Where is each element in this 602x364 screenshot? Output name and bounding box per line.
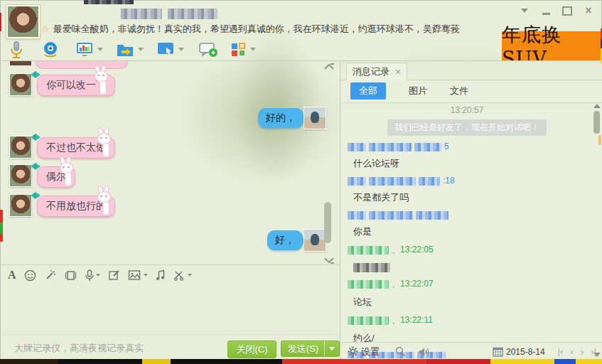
filter-images[interactable]: 图片: [409, 85, 427, 97]
main-toolbar: [0, 38, 502, 60]
chevron-down-icon[interactable]: [138, 48, 144, 51]
settings-label: 设置: [361, 346, 380, 358]
outgoing-message-bubble: 好，: [267, 230, 303, 250]
remote-desktop-icon[interactable]: [156, 41, 184, 58]
session-timestamp: 13:20:57: [348, 105, 586, 115]
emoticon-icon[interactable]: [24, 269, 36, 282]
chevron-down-icon[interactable]: [188, 274, 192, 277]
composer-footer: 大牌记录仪，高清夜视记录真实 关闭(C) 发送(S): [0, 334, 340, 360]
entry-time: 、13:22:05: [392, 245, 434, 255]
calendar-icon: [493, 346, 503, 357]
send-file-icon[interactable]: [116, 41, 144, 58]
bottom-ad-strip: [0, 359, 602, 364]
signature-text: 最爱味全酸奶，非诚勿扰！真实的我，希望遇到真诚的你，我在环球港近，约逛环球港不，…: [53, 23, 460, 34]
prev-page-icon[interactable]: ‹: [570, 347, 573, 356]
history-footer: 设置 2015-8-14 |‹ ‹ › ›|: [340, 342, 602, 360]
promo-ad-text[interactable]: 大牌记录仪，高清夜视记录真实: [14, 342, 144, 355]
send-image-icon[interactable]: [128, 269, 148, 281]
gear-icon: [348, 346, 358, 357]
scroll-down-icon[interactable]: [323, 255, 335, 264]
filter-files[interactable]: 文件: [450, 85, 468, 97]
screenshot-scissors-icon[interactable]: [173, 269, 192, 282]
chevron-down-icon[interactable]: [250, 48, 256, 51]
next-page-icon[interactable]: ›: [581, 347, 584, 356]
appearance-dropdown-icon[interactable]: [520, 6, 530, 16]
chevron-down-icon[interactable]: [144, 274, 148, 277]
peer-avatar[interactable]: [6, 5, 40, 38]
history-scrollbar-thumb[interactable]: [593, 111, 600, 134]
message-input-area[interactable]: [0, 284, 340, 334]
video-call-icon[interactable]: [41, 41, 60, 59]
peer-signature: ☆最爱味全酸奶，非诚勿扰！真实的我，希望遇到真诚的你，我在环球港近，约逛环球港不…: [41, 23, 482, 35]
history-entry-header: 、13:22:07: [348, 278, 586, 290]
send-button-label: 发送(S): [288, 343, 318, 355]
peer-name-redacted: [168, 9, 217, 19]
history-entry-header: [348, 210, 586, 220]
self-avatar[interactable]: [303, 229, 326, 252]
history-entry-header: :18: [348, 176, 586, 186]
history-entry-header: 、13:22:05: [348, 244, 586, 256]
background-ad-sliver: [0, 13, 1, 31]
apps-grid-icon[interactable]: [230, 41, 256, 58]
maximize-button[interactable]: [562, 6, 572, 16]
entry-message: 不是都关了吗: [353, 191, 586, 204]
history-content: 13:20:57 我们已经是好友了，现在开始对话吧！ 5 什么论坛呀 :18 不…: [348, 104, 586, 358]
window-title-redacted: [84, 0, 134, 4]
chat-scrollbar-thumb[interactable]: [324, 202, 331, 243]
send-options-icon[interactable]: [324, 341, 339, 356]
voice-call-icon[interactable]: [9, 41, 24, 59]
scroll-up-icon[interactable]: [323, 63, 335, 72]
create-group-chat-icon[interactable]: [198, 41, 218, 58]
tab-message-history[interactable]: 消息记录 ×: [346, 63, 407, 80]
ad-banner[interactable]: 年底换SUV: [502, 31, 601, 60]
stats-screen-icon[interactable]: [75, 41, 103, 58]
date-label: 2015-8-14: [506, 347, 545, 357]
history-scrollbar: [592, 102, 601, 358]
star-icon: ☆: [41, 23, 50, 34]
settings-button[interactable]: 设置: [348, 346, 380, 358]
outgoing-message-bubble: 好的，: [258, 108, 303, 128]
incoming-message-bubble: 不过也不太做: [37, 137, 115, 159]
incoming-bubble-partial: [36, 61, 128, 69]
avatar-fragment: [9, 61, 32, 65]
entry-time: 、13:22:07: [392, 279, 434, 289]
chevron-down-icon[interactable]: [178, 48, 184, 51]
qq-chat-window: ☆最爱味全酸奶，非诚勿扰！真实的我，希望遇到真诚的你，我在环球港近，约逛环球港不…: [0, 0, 602, 364]
incoming-message-bubble: 不用放也行的: [37, 196, 115, 217]
history-tab-bar: 消息记录 ×: [340, 61, 602, 80]
message-history-panel: 消息记录 × 全部 图片 文件 13:20:57 我们已经是好友了，现在开始对话…: [340, 60, 602, 360]
voice-message-icon[interactable]: [85, 269, 100, 282]
tab-label: 消息记录: [353, 65, 389, 78]
history-filters: 全部 图片 文件: [340, 80, 602, 103]
handwriting-icon[interactable]: [108, 269, 120, 282]
send-button[interactable]: 发送(S): [281, 341, 340, 357]
peer-avatar[interactable]: [9, 136, 32, 159]
peer-avatar[interactable]: [9, 164, 32, 187]
incoming-message-bubble: 你可以改一下: [37, 75, 115, 96]
last-page-icon[interactable]: ›|: [591, 347, 596, 356]
close-button[interactable]: ×: [584, 6, 593, 16]
font-format-icon[interactable]: A: [8, 269, 16, 282]
magic-wand-icon[interactable]: [44, 269, 56, 282]
peer-avatar[interactable]: [9, 194, 32, 217]
filter-all[interactable]: 全部: [350, 82, 386, 100]
tab-close-icon[interactable]: ×: [395, 67, 401, 77]
sound-toggle[interactable]: [419, 347, 430, 357]
close-chat-button[interactable]: 关闭(C): [227, 341, 276, 358]
search-icon: [395, 346, 406, 357]
self-avatar[interactable]: [303, 107, 326, 129]
scrollbar-highlight-mark: [598, 135, 601, 145]
search-button[interactable]: [395, 346, 406, 357]
chevron-down-icon[interactable]: [97, 48, 103, 51]
date-picker[interactable]: 2015-8-14: [493, 346, 545, 357]
background-ad-sliver: [0, 210, 3, 242]
music-icon[interactable]: [156, 269, 166, 282]
window-shake-icon[interactable]: [64, 269, 77, 282]
first-page-icon[interactable]: |‹: [558, 347, 564, 356]
minimize-button[interactable]: [541, 6, 551, 16]
entry-message: 你是: [353, 225, 586, 238]
chevron-down-icon[interactable]: [96, 274, 100, 277]
friend-notice: 我们已经是好友了，现在开始对话吧！: [387, 119, 547, 136]
scroll-up-icon[interactable]: [593, 104, 601, 108]
peer-avatar[interactable]: [9, 73, 32, 96]
